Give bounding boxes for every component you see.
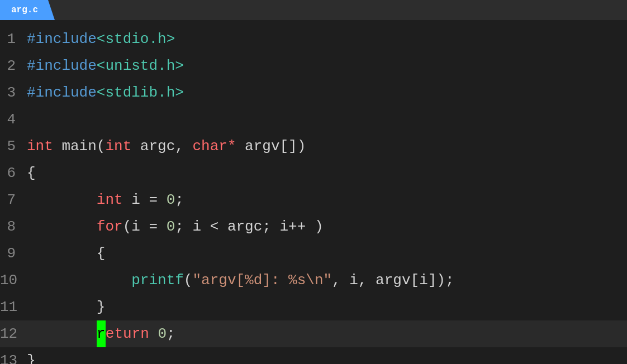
code-line: 12 return 0;: [0, 320, 627, 347]
code-area: 1#include<stdio.h>2#include<unistd.h>3#i…: [0, 20, 627, 364]
token: #include: [27, 58, 97, 74]
token: <stdio.h>: [97, 31, 175, 47]
line-number: 5: [0, 133, 27, 160]
line-number: 9: [0, 240, 27, 267]
token: , i, argv[i]);: [332, 272, 454, 289]
token: ;: [167, 325, 175, 342]
token: ; i < argc; i++ ): [175, 218, 323, 235]
line-number: 4: [0, 106, 27, 133]
code-line: 8 for(i = 0; i < argc; i++ ): [0, 213, 627, 240]
token: <stdlib.h>: [97, 84, 184, 101]
token: {: [27, 245, 105, 262]
code-line: 10 printf("argv[%d]: %s\n", i, argv[i]);: [0, 267, 627, 294]
code-line: 7 int i = 0;: [0, 186, 627, 213]
token: eturn: [106, 325, 158, 342]
line-content: #include<unistd.h>: [27, 52, 627, 79]
cursor: r: [97, 320, 106, 347]
line-content: {: [27, 160, 627, 186]
code-line: 3#include<stdlib.h>: [0, 79, 627, 106]
token: <unistd.h>: [97, 58, 184, 74]
token: 0: [167, 218, 175, 235]
active-tab[interactable]: arg.c: [0, 0, 55, 20]
code-line: 13}: [0, 347, 627, 364]
line-number: 2: [0, 52, 27, 79]
line-number: 8: [0, 213, 27, 240]
token: for: [97, 218, 123, 235]
line-content: int i = 0;: [27, 186, 627, 213]
token: (i =: [123, 218, 167, 235]
line-number: 3: [0, 79, 27, 106]
line-number: 1: [0, 26, 27, 52]
token: [27, 218, 97, 235]
token: {: [27, 165, 36, 181]
line-number: 6: [0, 160, 27, 186]
code-line: 9 {: [0, 240, 627, 267]
token: printf: [131, 272, 184, 289]
line-content: for(i = 0; i < argc; i++ ): [27, 213, 627, 240]
token: [27, 191, 97, 208]
token: (: [184, 272, 193, 289]
line-number: 12: [0, 320, 27, 347]
token: #include: [27, 84, 97, 101]
line-content: int main(int argc, char* argv[]): [27, 133, 627, 160]
token: main(: [53, 138, 106, 155]
code-line: 2#include<unistd.h>: [0, 52, 627, 79]
line-number: 7: [0, 186, 27, 213]
token: int: [105, 138, 131, 155]
token: 0: [167, 191, 175, 208]
code-line: 6{: [0, 160, 627, 186]
line-content: {: [27, 240, 627, 267]
line-content: printf("argv[%d]: %s\n", i, argv[i]);: [27, 267, 627, 294]
line-number: 11: [0, 294, 27, 320]
code-line: 5int main(int argc, char* argv[]): [0, 133, 627, 160]
token: int: [97, 191, 123, 208]
code-line: 4: [0, 106, 627, 133]
token: ;: [175, 191, 184, 208]
token: }: [27, 352, 36, 364]
token: 0: [158, 325, 167, 342]
line-number: 13: [0, 347, 27, 364]
line-content: }: [27, 347, 627, 364]
line-content: }: [27, 294, 627, 320]
token: }: [27, 299, 105, 315]
token: i =: [123, 191, 167, 208]
line-content: return 0;: [27, 320, 627, 347]
token: argc,: [131, 138, 192, 155]
code-line: 11 }: [0, 294, 627, 320]
tab-bar: arg.c: [0, 0, 627, 20]
token: [27, 325, 97, 342]
token: [27, 272, 131, 289]
tab-label: arg.c: [11, 5, 38, 15]
token: char*: [192, 138, 236, 155]
line-number: 10: [0, 267, 27, 294]
token: "argv[%d]: %s\n": [192, 272, 332, 289]
token: argv[]): [236, 138, 306, 155]
line-content: #include<stdio.h>: [27, 26, 627, 52]
token: int: [27, 138, 53, 155]
code-line: 1#include<stdio.h>: [0, 26, 627, 52]
token: #include: [27, 31, 97, 47]
line-content: #include<stdlib.h>: [27, 79, 627, 106]
